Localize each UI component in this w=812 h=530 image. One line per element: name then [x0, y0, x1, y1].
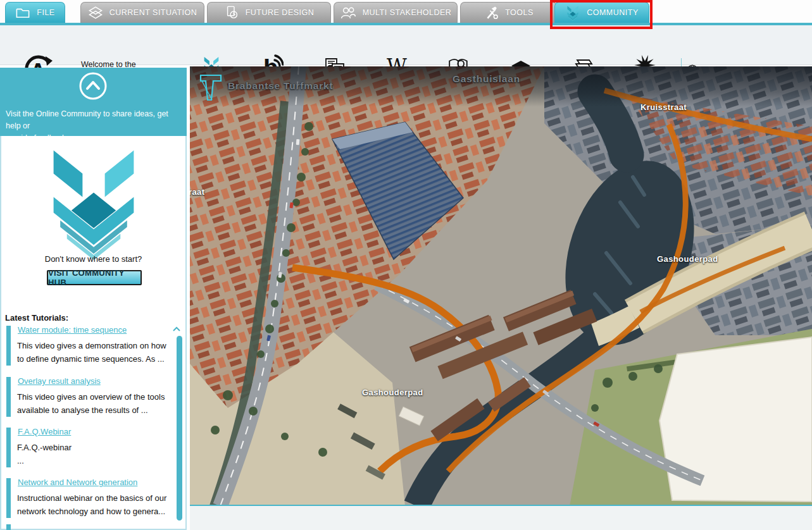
tab-tools[interactable]: TOOLS [460, 2, 557, 23]
map-bottom-accent-line [190, 505, 812, 506]
tab-file[interactable]: FILE [5, 2, 65, 23]
tutorial-description: F.A.Q.-webinar ... [17, 441, 172, 467]
tab-multi-stakeholder[interactable]: MULTI STAKEHOLDER [334, 2, 458, 23]
tutorial-accent-bar [6, 478, 11, 518]
visit-community-hub-button[interactable]: VISIT COMMUNITY HUB [47, 270, 142, 285]
tutorial-link[interactable]: Network and Network generation [18, 478, 172, 487]
community-logo-icon [565, 5, 580, 21]
street-label: Gashouderpad [362, 388, 423, 397]
layers-icon [88, 5, 103, 20]
collapse-up-icon[interactable] [78, 71, 108, 103]
sidebar-intro-panel: Visit the Online Community to share idea… [0, 68, 187, 136]
start-prompt-text: Don't know where to start? [0, 254, 187, 264]
ribbon-tab-bar: FILE CURRENT SITUATION FUTURE DESIGN MUL… [0, 0, 812, 25]
map-3d-view[interactable]: Brabantse Turfmarkt Gasthuislaan Kruisst… [190, 66, 812, 506]
tab-community[interactable]: COMMUNITY [554, 2, 649, 23]
map-render [190, 66, 812, 506]
street-label: Kruisstraat [640, 102, 687, 112]
tab-future-design[interactable]: FUTURE DESIGN [207, 2, 331, 23]
sidebar-scrollbar-thumb[interactable] [177, 336, 182, 521]
tab-label: MULTI STAKEHOLDER [363, 8, 452, 17]
tutorial-accent-bar [6, 377, 11, 417]
tutorial-accent-bar [6, 524, 11, 530]
tutorial-item: Overlay result analysis This video gives… [6, 376, 172, 417]
application-window: FILE CURRENT SITUATION FUTURE DESIGN MUL… [0, 0, 812, 530]
street-label: Gasthuislaan [453, 73, 520, 85]
scroll-up-chevron-icon[interactable] [172, 323, 181, 335]
tab-label: TOOLS [505, 8, 534, 17]
tutorial-item: F.A.Q.Webinar F.A.Q.-webinar ... [6, 427, 172, 467]
tutorial-item: Water module: time sequence This video g… [6, 325, 172, 366]
folder-icon [15, 6, 30, 20]
tab-current-situation[interactable]: CURRENT SITUATION [80, 2, 204, 23]
tools-icon [484, 5, 499, 20]
tutorial-link[interactable]: Water module: time sequence [18, 325, 172, 335]
latest-tutorials-heading: Latest Tutorials: [5, 313, 68, 323]
tab-label: FILE [37, 8, 54, 17]
tutorial-item: Network and Network generation Instructi… [6, 478, 172, 518]
people-icon [340, 5, 356, 20]
tutorial-accent-bar [6, 428, 11, 467]
community-sidebar: Visit the Online Community to share idea… [0, 68, 187, 530]
tab-label: CURRENT SITUATION [109, 8, 197, 17]
filter-funnel-icon[interactable] [199, 74, 222, 104]
bottom-strip [190, 506, 812, 530]
tutorial-description: This video gives an overview of the tool… [17, 390, 172, 417]
tutorial-description: This video gives a demonstration on how … [17, 339, 172, 366]
tab-label: FUTURE DESIGN [246, 8, 315, 17]
street-label: Gashouderpad [657, 254, 718, 264]
street-label: raat [190, 187, 204, 197]
tutorial-link[interactable]: F.A.Q.Webinar [18, 427, 172, 436]
document-clock-icon [224, 5, 239, 20]
tutorial-link[interactable]: Overlay result analysis [18, 376, 172, 386]
tab-label: COMMUNITY [587, 8, 639, 17]
street-label: Brabantse Turfmarkt [228, 80, 334, 92]
tutorial-accent-bar [6, 326, 11, 366]
community-ribbon: A Welcome to the Online Community Hub: C… [0, 25, 812, 65]
tutorial-description: Instructional webinar on the basics of o… [17, 491, 172, 518]
community-logo-large [38, 144, 149, 263]
